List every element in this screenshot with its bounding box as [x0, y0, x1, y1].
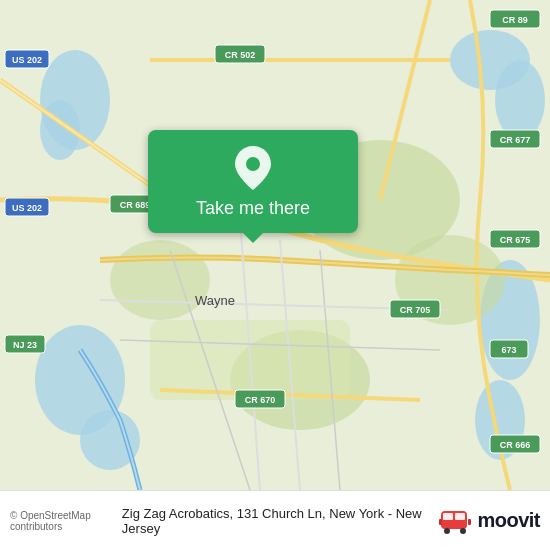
svg-rect-57	[468, 519, 471, 525]
attribution-text: © OpenStreetMap contributors	[10, 510, 91, 532]
svg-text:CR 502: CR 502	[225, 50, 256, 60]
svg-text:Wayne: Wayne	[195, 293, 235, 308]
moovit-text: moovit	[477, 509, 540, 532]
svg-point-54	[444, 528, 450, 534]
svg-text:US 202: US 202	[12, 203, 42, 213]
svg-rect-52	[443, 513, 453, 520]
svg-point-55	[460, 528, 466, 534]
svg-point-4	[495, 60, 545, 140]
map-container: US 202 CR 89 CR 502 CR 677 CR 689 US 202…	[0, 0, 550, 490]
svg-text:CR 675: CR 675	[500, 235, 531, 245]
svg-point-50	[246, 157, 260, 171]
svg-rect-53	[455, 513, 465, 520]
location-text: Zig Zag Acrobatics, 131 Church Ln, New Y…	[122, 506, 422, 536]
popup-label: Take me there	[196, 198, 310, 219]
location-pin-icon	[235, 146, 271, 190]
svg-text:CR 705: CR 705	[400, 305, 431, 315]
svg-text:CR 666: CR 666	[500, 440, 531, 450]
svg-text:CR 670: CR 670	[245, 395, 276, 405]
location-info: Zig Zag Acrobatics, 131 Church Ln, New Y…	[116, 506, 440, 536]
attribution: © OpenStreetMap contributors	[10, 510, 116, 532]
svg-text:CR 677: CR 677	[500, 135, 531, 145]
svg-text:CR 689: CR 689	[120, 200, 151, 210]
svg-point-11	[110, 240, 210, 320]
map-svg: US 202 CR 89 CR 502 CR 677 CR 689 US 202…	[0, 0, 550, 490]
moovit-logo: moovit	[439, 505, 540, 537]
take-me-there-button[interactable]: Take me there	[148, 130, 358, 233]
svg-text:CR 89: CR 89	[502, 15, 528, 25]
svg-text:673: 673	[501, 345, 516, 355]
moovit-bus-icon	[439, 505, 471, 537]
svg-text:NJ 23: NJ 23	[13, 340, 37, 350]
svg-rect-56	[439, 519, 442, 525]
bottom-bar: © OpenStreetMap contributors Zig Zag Acr…	[0, 490, 550, 550]
svg-text:US 202: US 202	[12, 55, 42, 65]
